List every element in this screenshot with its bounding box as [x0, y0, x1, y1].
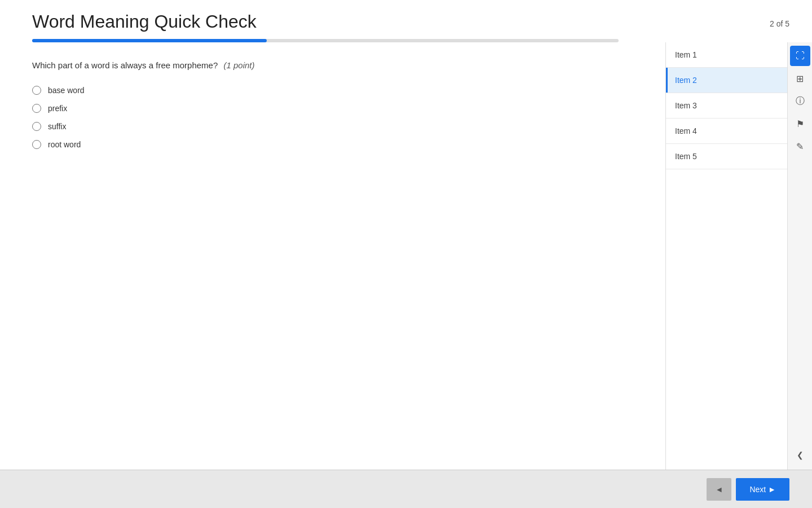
radio-opt3[interactable]: [32, 122, 41, 131]
tool-flag-button[interactable]: ⚑: [790, 113, 810, 134]
sidebar-item-item3[interactable]: Item 3: [666, 93, 787, 119]
tool-grid-button[interactable]: ⊞: [790, 68, 810, 89]
options-list: base wordprefixsuffixroot word: [32, 86, 654, 149]
option-label-opt2: prefix: [48, 104, 67, 113]
option-item-opt1[interactable]: base word: [32, 86, 654, 95]
prev-button[interactable]: ◄: [707, 478, 731, 501]
option-label-opt3: suffix: [48, 122, 66, 131]
main-content: Which part of a word is always a free mo…: [0, 42, 812, 470]
progress-bar-container: [32, 39, 619, 42]
page-counter: 2 of 5: [770, 11, 789, 28]
footer: ◄ Next ►: [0, 470, 812, 508]
option-label-opt1: base word: [48, 86, 85, 95]
sidebar: Item 1Item 2Item 3Item 4Item 5 ⛶⊞ⓘ⚑✎❮: [665, 42, 812, 470]
progress-bar-fill: [32, 39, 267, 42]
sidebar-collapse-button[interactable]: ❮: [790, 445, 810, 465]
sidebar-item-item2[interactable]: Item 2: [666, 68, 787, 93]
question-points: (1 point): [223, 60, 254, 70]
tool-info-button[interactable]: ⓘ: [790, 91, 810, 111]
question-area: Which part of a word is always a free mo…: [0, 42, 665, 470]
header: Word Meaning Quick Check 2 of 5: [0, 0, 812, 32]
question-text: Which part of a word is always a free mo…: [32, 59, 654, 72]
next-button[interactable]: Next ►: [736, 478, 789, 501]
option-item-opt3[interactable]: suffix: [32, 122, 654, 131]
option-item-opt4[interactable]: root word: [32, 140, 654, 149]
radio-opt2[interactable]: [32, 104, 41, 113]
radio-opt4[interactable]: [32, 140, 41, 149]
sidebar-item-item4[interactable]: Item 4: [666, 119, 787, 144]
page-wrapper: Word Meaning Quick Check 2 of 5 Which pa…: [0, 0, 812, 508]
page-title: Word Meaning Quick Check: [32, 11, 257, 32]
sidebar-toolbar: ⛶⊞ⓘ⚑✎❮: [787, 42, 812, 470]
tool-expand-button[interactable]: ⛶: [790, 46, 810, 66]
sidebar-item-item1[interactable]: Item 1: [666, 42, 787, 68]
option-item-opt2[interactable]: prefix: [32, 104, 654, 113]
sidebar-items-list: Item 1Item 2Item 3Item 4Item 5: [666, 42, 787, 470]
option-label-opt4: root word: [48, 140, 81, 149]
radio-opt1[interactable]: [32, 86, 41, 95]
sidebar-item-item5[interactable]: Item 5: [666, 144, 787, 169]
tool-edit-button[interactable]: ✎: [790, 136, 810, 156]
